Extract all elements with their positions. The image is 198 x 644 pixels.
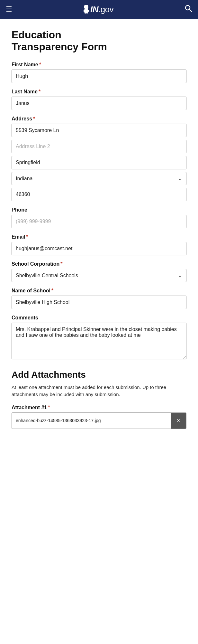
last-name-input[interactable] <box>12 97 186 110</box>
email-input[interactable] <box>12 242 186 255</box>
school-name-label: Name of School* <box>12 288 186 294</box>
address-line1-input[interactable] <box>12 124 186 137</box>
attachments-section-title: Add Attachments <box>12 370 186 380</box>
comments-textarea[interactable]: Mrs. Krabappel and Principal Skinner wer… <box>12 323 186 359</box>
svg-line-1 <box>190 10 192 12</box>
required-indicator-ln: * <box>39 89 40 94</box>
school-corp-select[interactable]: Shelbyville Central Schools Indianapolis… <box>12 269 186 282</box>
required-indicator-email: * <box>26 234 28 240</box>
comments-group: Comments Mrs. Krabappel and Principal Sk… <box>12 315 186 359</box>
address-line2-input[interactable] <box>12 140 186 153</box>
required-indicator-addr: * <box>33 116 35 121</box>
first-name-input[interactable] <box>12 70 186 83</box>
site-logo: IN.gov <box>83 5 113 14</box>
city-input[interactable] <box>12 156 186 169</box>
first-name-group: First Name* <box>12 62 186 83</box>
address-group: Address* Indiana Illinois Ohio Kentucky … <box>12 116 186 201</box>
site-header: ☰ IN.gov <box>0 0 198 19</box>
phone-group: Phone <box>12 207 186 228</box>
attachment1-label: Attachment #1* <box>12 405 186 411</box>
school-name-group: Name of School* <box>12 288 186 309</box>
attachment-description: At least one attachment must be added fo… <box>12 384 186 398</box>
school-name-input[interactable] <box>12 296 186 309</box>
required-indicator: * <box>39 62 41 67</box>
last-name-group: Last Name* <box>12 89 186 110</box>
attachment1-group: Attachment #1* enhanced-buzz-14585-13630… <box>12 405 186 429</box>
state-select[interactable]: Indiana Illinois Ohio Kentucky <box>12 172 186 185</box>
page-title: Education Transparency Form <box>12 29 186 53</box>
school-corp-label: School Corporation* <box>12 261 186 267</box>
indiana-shape-icon <box>83 5 89 14</box>
phone-input[interactable] <box>12 215 186 228</box>
first-name-label: First Name* <box>12 62 186 68</box>
last-name-label: Last Name* <box>12 89 186 95</box>
zip-input[interactable] <box>12 188 186 201</box>
comments-label: Comments <box>12 315 186 321</box>
main-content: Education Transparency Form First Name* … <box>0 19 198 454</box>
attachment1-row: enhanced-buzz-14585-1363033923-17.jpg × <box>12 412 186 429</box>
required-indicator-att1: * <box>48 405 50 410</box>
school-corp-group: School Corporation* Shelbyville Central … <box>12 261 186 282</box>
email-group: Email* <box>12 234 186 255</box>
state-select-wrapper: Indiana Illinois Ohio Kentucky ⌄ <box>12 172 186 185</box>
email-label: Email* <box>12 234 186 240</box>
required-indicator-sn: * <box>51 288 53 293</box>
required-indicator-sc: * <box>60 261 62 267</box>
menu-icon[interactable]: ☰ <box>6 5 12 14</box>
attachment1-filename: enhanced-buzz-14585-1363033923-17.jpg <box>12 413 171 428</box>
school-corp-select-wrapper: Shelbyville Central Schools Indianapolis… <box>12 269 186 282</box>
phone-label: Phone <box>12 207 186 213</box>
address-label: Address* <box>12 116 186 122</box>
attachment1-remove-button[interactable]: × <box>171 413 186 429</box>
search-icon[interactable] <box>184 5 192 14</box>
logo-text: IN.gov <box>90 5 113 14</box>
